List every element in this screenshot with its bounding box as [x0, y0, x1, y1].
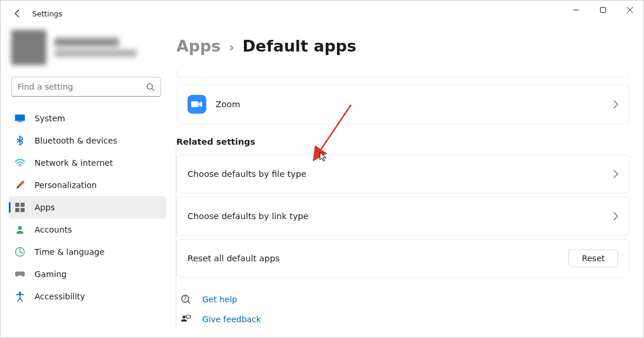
- chevron-right-icon: [614, 170, 618, 178]
- search-icon: [146, 83, 155, 91]
- nav-label: Accounts: [35, 225, 72, 234]
- chevron-right-icon: [614, 100, 618, 108]
- nav-label: Bluetooth & devices: [35, 136, 117, 145]
- svg-rect-19: [186, 315, 190, 318]
- wifi-icon: [15, 158, 25, 168]
- svg-rect-1: [601, 8, 606, 13]
- help-icon: ?: [180, 293, 192, 305]
- minimize-button[interactable]: [563, 1, 590, 19]
- app-row-label: Zoom: [216, 100, 614, 109]
- chevron-right-icon: [614, 212, 618, 220]
- person-icon: [15, 224, 25, 235]
- nav-label: Apps: [35, 203, 55, 212]
- row-defaults-by-file-type[interactable]: Choose defaults by file type: [176, 155, 629, 193]
- card-cutoff: [176, 70, 629, 77]
- bluetooth-icon: [15, 135, 25, 146]
- nav-personalization[interactable]: Personalization: [9, 174, 166, 196]
- row-label: Reset all default apps: [188, 254, 568, 263]
- titlebar: Settings: [1, 1, 643, 26]
- svg-point-18: [182, 315, 185, 318]
- zoom-icon: [188, 95, 206, 114]
- svg-point-13: [19, 292, 21, 294]
- nav-system[interactable]: System: [9, 107, 166, 129]
- reset-button[interactable]: Reset: [568, 250, 618, 267]
- search-box[interactable]: [11, 77, 161, 97]
- accessibility-icon: [15, 291, 25, 302]
- svg-rect-14: [191, 101, 199, 107]
- user-block[interactable]: [1, 26, 169, 73]
- help-give-feedback[interactable]: Give feedback: [176, 309, 629, 329]
- display-icon: [15, 113, 25, 124]
- svg-point-2: [147, 83, 152, 88]
- user-info: [54, 38, 137, 57]
- nav-time-language[interactable]: Time & language: [9, 241, 166, 263]
- content: Apps › Default apps Zoom Related setting…: [176, 26, 643, 337]
- feedback-link[interactable]: Give feedback: [202, 315, 261, 324]
- svg-point-6: [19, 166, 21, 167]
- svg-rect-4: [15, 115, 25, 121]
- close-button[interactable]: [616, 1, 643, 19]
- search-input[interactable]: [18, 82, 146, 91]
- avatar: [11, 30, 46, 65]
- chevron-right-icon: ›: [229, 40, 234, 54]
- apps-icon: [15, 202, 25, 213]
- nav-accessibility[interactable]: Accessibility: [9, 285, 166, 308]
- window-controls: [563, 1, 643, 19]
- section-title-related: Related settings: [176, 137, 629, 146]
- window-title: Settings: [32, 9, 62, 18]
- page-title: Default apps: [243, 37, 356, 55]
- svg-rect-5: [18, 121, 22, 122]
- nav-network[interactable]: Network & internet: [9, 152, 166, 174]
- help-get-help[interactable]: ? Get help: [176, 289, 629, 309]
- nav: System Bluetooth & devices Network & int…: [1, 107, 169, 308]
- row-label: Choose defaults by link type: [188, 211, 614, 221]
- clock-globe-icon: [15, 247, 25, 257]
- sidebar-divider: [176, 144, 176, 329]
- nav-label: Accessibility: [35, 292, 85, 301]
- svg-rect-10: [21, 208, 25, 212]
- breadcrumb-parent[interactable]: Apps: [176, 37, 221, 55]
- nav-label: Gaming: [35, 269, 67, 279]
- svg-rect-7: [15, 203, 19, 207]
- nav-accounts[interactable]: Accounts: [9, 218, 166, 241]
- row-label: Choose defaults by file type: [188, 169, 614, 179]
- nav-gaming[interactable]: Gaming: [9, 263, 166, 285]
- sidebar: System Bluetooth & devices Network & int…: [1, 26, 176, 337]
- maximize-button[interactable]: [590, 1, 616, 19]
- svg-line-17: [188, 302, 190, 304]
- back-button[interactable]: [12, 8, 23, 19]
- app-row-zoom[interactable]: Zoom: [176, 84, 629, 124]
- brush-icon: [15, 180, 25, 190]
- nav-label: Network & internet: [35, 158, 113, 168]
- nav-bluetooth[interactable]: Bluetooth & devices: [9, 129, 166, 152]
- svg-line-3: [152, 88, 154, 90]
- svg-text:?: ?: [184, 296, 187, 302]
- svg-point-11: [18, 226, 22, 230]
- breadcrumb: Apps › Default apps: [176, 26, 629, 70]
- svg-rect-8: [21, 203, 25, 207]
- nav-apps[interactable]: Apps: [9, 196, 166, 218]
- nav-label: Personalization: [35, 180, 97, 190]
- svg-rect-9: [15, 208, 19, 212]
- row-reset-defaults: Reset all default apps Reset: [176, 239, 629, 278]
- help-link[interactable]: Get help: [202, 295, 237, 304]
- row-defaults-by-link-type[interactable]: Choose defaults by link type: [176, 197, 629, 235]
- feedback-icon: [180, 313, 192, 325]
- nav-label: Time & language: [35, 247, 104, 257]
- nav-label: System: [35, 114, 65, 123]
- gamepad-icon: [15, 269, 25, 279]
